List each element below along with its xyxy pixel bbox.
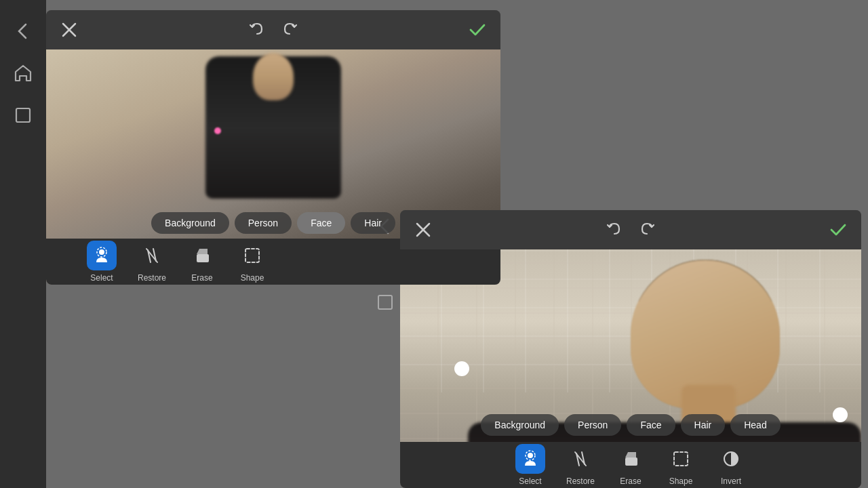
person-head-1	[253, 53, 294, 100]
select-label-2: Select	[519, 476, 541, 486]
category-background-1[interactable]: Background	[151, 212, 229, 234]
svg-rect-14	[674, 452, 688, 466]
restore-label-1: Restore	[138, 273, 166, 283]
svg-point-3	[99, 249, 104, 255]
category-face-1[interactable]: Face	[297, 212, 345, 234]
svg-marker-13	[625, 452, 636, 458]
erase-icon-wrap-1	[187, 241, 217, 270]
select-label-1: Select	[90, 273, 113, 283]
selection-dot-1	[214, 127, 221, 134]
category-hair-2[interactable]: Hair	[681, 414, 726, 436]
erase-icon-wrap-2	[616, 444, 646, 474]
undo-button-1[interactable]	[248, 20, 267, 39]
category-hair-1[interactable]: Hair	[351, 212, 395, 234]
toolbar-2: Select Restore	[400, 442, 861, 488]
tool-shape-1[interactable]: Shape	[237, 241, 267, 283]
svg-rect-12	[625, 458, 637, 466]
invert-label-2: Invert	[721, 476, 741, 486]
svg-rect-16	[378, 296, 392, 309]
svg-point-10	[528, 453, 533, 458]
restore-icon-wrap-1	[137, 241, 167, 270]
shape-icon-wrap-2	[666, 444, 696, 474]
restore-label-2: Restore	[566, 476, 595, 486]
tool-invert-2[interactable]: Invert	[716, 444, 746, 486]
tool-shape-2[interactable]: Shape	[666, 444, 696, 486]
svg-rect-0	[16, 108, 30, 122]
svg-marker-6	[197, 249, 208, 254]
select-icon-wrap-2	[515, 444, 545, 474]
topbar-1	[46, 10, 500, 49]
category-background-2[interactable]: Background	[481, 414, 559, 436]
erase-label-1: Erase	[191, 273, 212, 283]
tool-select-1[interactable]: Select	[87, 241, 117, 283]
sidebar-home-button[interactable]	[12, 62, 34, 84]
erase-label-2: Erase	[620, 476, 641, 486]
redo-button-1[interactable]	[280, 20, 299, 39]
tool-erase-1[interactable]: Erase	[187, 241, 217, 283]
tool-restore-1[interactable]: Restore	[137, 241, 167, 283]
category-person-2[interactable]: Person	[564, 414, 621, 436]
sidebar-back-button[interactable]	[12, 20, 34, 42]
category-bar-2: Background Person Face Hair Head	[400, 408, 861, 442]
restore-icon-wrap-2	[566, 444, 595, 474]
topbar-2	[400, 210, 861, 249]
sidebar	[0, 0, 46, 488]
category-face-2[interactable]: Face	[627, 414, 675, 436]
undo-button-2[interactable]	[605, 220, 624, 239]
tool-select-2[interactable]: Select	[515, 444, 545, 486]
confirm-button-1[interactable]	[468, 20, 487, 39]
tool-erase-2[interactable]: Erase	[616, 444, 646, 486]
svg-rect-7	[245, 249, 259, 262]
handle-left[interactable]	[454, 361, 469, 376]
sidebar-square-button[interactable]	[12, 104, 34, 126]
category-person-1[interactable]: Person	[235, 212, 292, 234]
shape-label-1: Shape	[241, 273, 264, 283]
close-button-2[interactable]	[414, 220, 433, 239]
confirm-button-2[interactable]	[829, 220, 848, 239]
close-button-1[interactable]	[60, 20, 79, 39]
svg-rect-5	[197, 254, 209, 262]
redo-button-2[interactable]	[637, 220, 656, 239]
shape-icon-wrap-1	[237, 241, 267, 270]
photo-area-2: Background Person Face Hair Head Select	[400, 249, 861, 488]
tool-restore-2[interactable]: Restore	[566, 444, 595, 486]
invert-icon-wrap-2	[716, 444, 746, 474]
sidebar-square-button-2[interactable]	[376, 293, 395, 312]
select-icon-wrap-1	[87, 241, 117, 270]
shape-label-2: Shape	[669, 476, 693, 486]
category-head-2[interactable]: Head	[730, 414, 780, 436]
